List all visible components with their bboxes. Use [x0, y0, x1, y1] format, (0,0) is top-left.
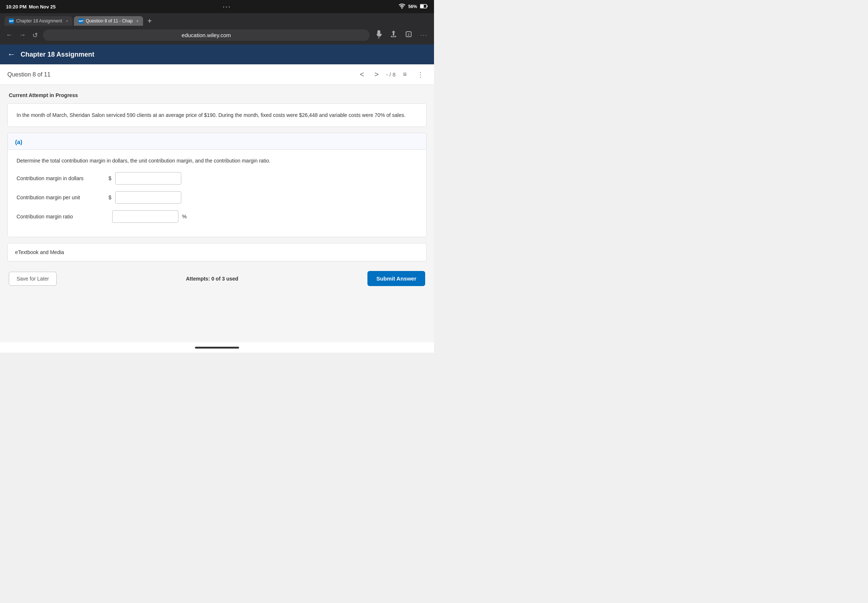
bottom-bar [0, 342, 434, 353]
etextbook-label: eTextbook and Media [15, 249, 64, 255]
question-label: Question 8 of 11 [7, 71, 352, 78]
tab-close-1[interactable]: × [66, 19, 68, 23]
forward-button[interactable]: → [18, 30, 27, 40]
tab-favicon-2: WP [78, 19, 84, 23]
date-display: Mon Nov 25 [29, 4, 56, 9]
tab-chapter18[interactable]: WP Chapter 18 Assignment × [5, 16, 73, 26]
field-label-ratio: Contribution margin ratio [17, 213, 105, 220]
question-text-box: In the month of March, Sheridan Salon se… [7, 103, 427, 127]
svg-rect-1 [420, 5, 424, 8]
part-a-instruction: Determine the total contribution margin … [17, 157, 418, 165]
tab-label-2: Question 8 of 11 - Chap [86, 19, 132, 23]
part-a-content: Determine the total contribution margin … [8, 149, 426, 237]
tab-question8[interactable]: WP Question 8 of 11 - Chap × [74, 16, 143, 26]
home-indicator [195, 347, 239, 349]
svg-text:2: 2 [407, 33, 409, 36]
mic-button[interactable] [373, 29, 384, 42]
field-row-ratio: Contribution margin ratio % [17, 210, 418, 223]
tab-close-2[interactable]: × [136, 19, 139, 23]
more-options-button[interactable]: ⋮ [414, 69, 427, 80]
field-suffix-ratio: % [182, 213, 186, 220]
tab-favicon-1: WP [9, 19, 14, 23]
field-prefix-dollars: $ [108, 175, 111, 181]
field-label-dollars: Contribution margin in dollars [17, 175, 105, 181]
tab-count-button[interactable]: 2 [403, 29, 415, 41]
bottom-actions: Save for Later Attempts: 0 of 3 used Sub… [7, 267, 427, 290]
field-prefix-per-unit: $ [108, 195, 111, 200]
app-back-button[interactable]: ← [7, 49, 15, 59]
etextbook-row[interactable]: eTextbook and Media [7, 243, 427, 261]
tab-bar: WP Chapter 18 Assignment × WP Question 8… [5, 16, 430, 26]
main-content: Current Attempt in Progress In the month… [0, 85, 434, 342]
contribution-margin-ratio-input[interactable] [112, 210, 178, 223]
new-tab-button[interactable]: + [145, 17, 155, 25]
question-text: In the month of March, Sheridan Salon se… [17, 112, 406, 118]
app-header: ← Chapter 18 Assignment [0, 45, 434, 64]
status-dots: ··· [223, 4, 231, 9]
tab-label-1: Chapter 18 Assignment [16, 19, 62, 23]
browser-chrome: WP Chapter 18 Assignment × WP Question 8… [0, 13, 434, 45]
question-nav-bar: Question 8 of 11 < > - / 8 ≡ ⋮ [0, 64, 434, 85]
browser-more-button[interactable]: ··· [418, 30, 430, 40]
list-icon-button[interactable]: ≡ [400, 69, 410, 80]
address-input[interactable] [43, 29, 370, 41]
question-prev-button[interactable]: < [357, 69, 367, 80]
status-left: 10:20 PM Mon Nov 25 [6, 4, 56, 9]
save-for-later-button[interactable]: Save for Later [9, 272, 57, 286]
time-display: 10:20 PM [6, 4, 26, 9]
status-right: 56% [399, 4, 428, 10]
question-next-button[interactable]: > [371, 69, 382, 80]
wifi-icon [399, 4, 405, 10]
battery-percentage: 56% [408, 4, 417, 9]
field-label-per-unit: Contribution margin per unit [17, 195, 105, 200]
question-score: - / 8 [386, 71, 396, 77]
part-a-box: (a) Determine the total contribution mar… [7, 133, 427, 237]
contribution-margin-dollars-input[interactable] [115, 172, 181, 185]
reload-button[interactable]: ↺ [31, 30, 39, 41]
app-header-title: Chapter 18 Assignment [21, 51, 94, 59]
submit-answer-button[interactable]: Submit Answer [367, 271, 425, 286]
field-row-per-unit: Contribution margin per unit $ [17, 191, 418, 204]
part-a-label: (a) [8, 133, 426, 149]
attempt-banner: Current Attempt in Progress [7, 92, 427, 98]
status-bar: 10:20 PM Mon Nov 25 ··· 56% [0, 0, 434, 13]
share-button[interactable] [388, 29, 399, 42]
back-button[interactable]: ← [5, 30, 14, 40]
svg-rect-2 [427, 5, 428, 7]
battery-icon [420, 4, 428, 9]
contribution-margin-per-unit-input[interactable] [115, 191, 181, 204]
field-row-dollars: Contribution margin in dollars $ [17, 172, 418, 185]
address-bar-row: ← → ↺ 2 ··· [5, 29, 430, 42]
attempts-text: Attempts: 0 of 3 used [186, 276, 238, 281]
